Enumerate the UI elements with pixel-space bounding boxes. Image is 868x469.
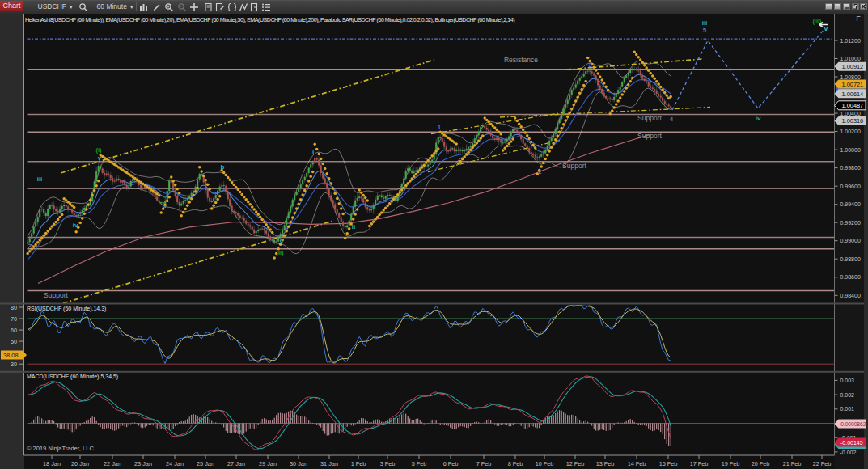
svg-text:22 Jan: 22 Jan	[104, 460, 121, 467]
svg-text:20 Jan: 20 Jan	[71, 460, 89, 467]
svg-text:1.01000: 1.01000	[840, 56, 861, 61]
svg-text:10 Feb: 10 Feb	[536, 460, 554, 467]
svg-text:2: 2	[538, 168, 542, 175]
svg-text:1.00614: 1.00614	[842, 91, 864, 98]
svg-text:iii: iii	[37, 175, 43, 183]
svg-text:18 Jan: 18 Jan	[43, 460, 61, 467]
svg-text:5: 5	[703, 27, 707, 34]
svg-text:20 Feb: 20 Feb	[752, 460, 770, 467]
svg-text:Support: Support	[637, 114, 662, 122]
svg-text:3: 3	[588, 61, 592, 69]
svg-text:50: 50	[11, 338, 17, 345]
svg-text:Support: Support	[562, 162, 586, 170]
svg-text:© 2019 NinjaTrader, LLC: © 2019 NinjaTrader, LLC	[27, 445, 94, 452]
svg-text:v: v	[98, 154, 102, 162]
svg-text:0.99600: 0.99600	[840, 184, 861, 189]
svg-text:0.003: 0.003	[840, 378, 855, 383]
svg-text:80: 80	[11, 304, 17, 311]
svg-text:RSI(USDCHF (60 Minute),14,3): RSI(USDCHF (60 Minute),14,3)	[27, 306, 106, 312]
svg-text:13 Feb: 13 Feb	[596, 460, 615, 467]
svg-text:1.00487: 1.00487	[842, 102, 864, 109]
svg-text:Support: Support	[637, 132, 662, 140]
svg-text:1.01200: 1.01200	[840, 38, 861, 44]
svg-text:29 Jan: 29 Jan	[259, 460, 277, 467]
svg-text:1.00316: 1.00316	[842, 117, 864, 125]
svg-text:-0.002: -0.002	[840, 450, 857, 455]
svg-text:iv: iv	[73, 222, 78, 229]
svg-text:1 Feb: 1 Feb	[351, 460, 366, 467]
svg-text:-0.0000862: -0.0000862	[839, 421, 866, 427]
svg-text:i: i	[312, 149, 314, 156]
svg-text:0.99200: 0.99200	[840, 220, 861, 226]
svg-text:F: F	[856, 15, 861, 23]
svg-text:38.08: 38.08	[3, 352, 19, 359]
svg-text:15 Feb: 15 Feb	[659, 460, 678, 467]
svg-text:6 Feb: 6 Feb	[443, 460, 459, 467]
svg-text:21 Feb: 21 Feb	[783, 460, 802, 467]
svg-text:0.99400: 0.99400	[840, 201, 861, 207]
svg-text:0.002: 0.002	[840, 392, 855, 398]
svg-text:23 Jan: 23 Jan	[134, 460, 152, 467]
svg-text:iv: iv	[756, 115, 761, 122]
svg-text:0.98400: 0.98400	[840, 293, 861, 298]
svg-text:b: b	[221, 163, 225, 171]
svg-text:Support: Support	[44, 291, 68, 299]
svg-text:0.99800: 0.99800	[840, 165, 861, 171]
svg-text:1: 1	[438, 124, 442, 131]
svg-text:1.00721: 1.00721	[842, 81, 864, 88]
svg-text:Resistance: Resistance	[504, 56, 538, 64]
svg-text:0.98800: 0.98800	[840, 256, 861, 262]
svg-text:14 Feb: 14 Feb	[628, 460, 646, 467]
svg-text:27 Jan: 27 Jan	[227, 460, 245, 467]
svg-text:HeikenAshi8(USDCHF (60 Minute): HeikenAshi8(USDCHF (60 Minute)), EMA(USD…	[25, 17, 514, 23]
svg-text:0.98600: 0.98600	[840, 274, 861, 280]
svg-text:a: a	[163, 202, 167, 209]
svg-text:0.001: 0.001	[840, 406, 855, 412]
svg-text:12 Feb: 12 Feb	[566, 460, 585, 467]
svg-text:25 Jan: 25 Jan	[197, 460, 214, 467]
svg-text:MACD(USDCHF (60 Minute),5,34,5: MACD(USDCHF (60 Minute),5,34,5)	[27, 374, 118, 380]
svg-text:v: v	[824, 25, 828, 32]
svg-text:70: 70	[11, 315, 17, 323]
svg-text:60: 60	[11, 327, 17, 334]
svg-text:22 Feb: 22 Feb	[813, 460, 832, 467]
svg-text:-0.00145: -0.00145	[840, 440, 863, 446]
svg-text:(ii): (ii)	[276, 249, 284, 256]
svg-text:0.99000: 0.99000	[840, 238, 861, 243]
svg-text:5 Feb: 5 Feb	[412, 460, 427, 467]
svg-text:1.00912: 1.00912	[842, 63, 864, 70]
svg-text:31 Jan: 31 Jan	[320, 460, 338, 467]
svg-text:7 Feb: 7 Feb	[476, 460, 492, 467]
svg-text:1.00200: 1.00200	[840, 129, 861, 134]
svg-text:c: c	[280, 237, 284, 244]
svg-text:(i): (i)	[95, 146, 102, 154]
svg-text:3 Feb: 3 Feb	[380, 460, 396, 467]
svg-text:1.00400: 1.00400	[840, 111, 861, 116]
svg-text:ii: ii	[352, 223, 355, 230]
svg-text:24 Jan: 24 Jan	[166, 460, 184, 467]
svg-text:30: 30	[11, 361, 17, 368]
svg-text:4: 4	[670, 116, 674, 123]
svg-text:iii: iii	[702, 19, 708, 27]
svg-text:8 Feb: 8 Feb	[508, 460, 523, 467]
svg-text:30 Jan: 30 Jan	[290, 460, 307, 467]
svg-text:1.00000: 1.00000	[840, 147, 861, 153]
svg-text:17 Feb: 17 Feb	[690, 460, 709, 467]
svg-text:19 Feb: 19 Feb	[722, 460, 740, 467]
svg-text:1.00800: 1.00800	[840, 74, 861, 80]
